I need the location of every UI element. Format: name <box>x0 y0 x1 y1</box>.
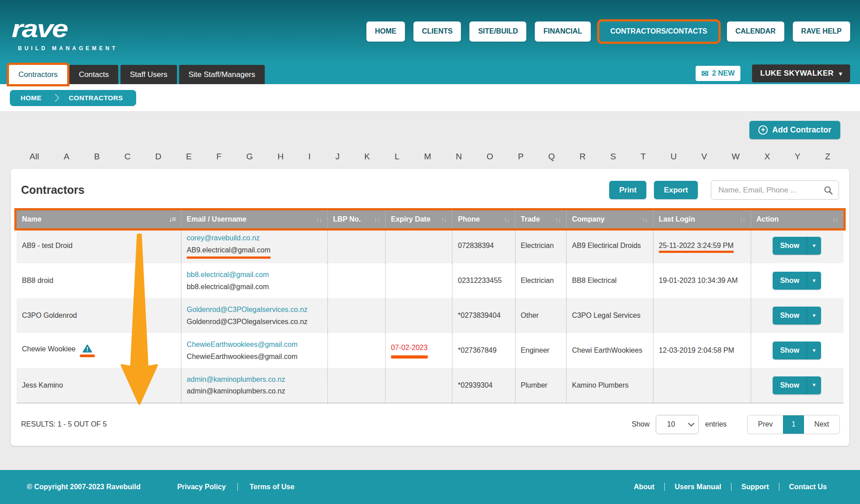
column-header-expiry[interactable]: Expiry Date↑↓ <box>385 210 452 228</box>
email-link[interactable]: ChewieEarthwookiees@gmail.com <box>187 339 322 350</box>
footer-link-contact-us[interactable]: Contact Us <box>789 483 827 491</box>
page-size-select[interactable]: 10 <box>656 415 699 434</box>
alphabet-letter-i[interactable]: I <box>306 152 312 162</box>
search-input[interactable] <box>711 180 839 200</box>
column-header-email[interactable]: Email / Username↑↓ <box>181 210 327 228</box>
footer-link-privacy[interactable]: Privacy Policy <box>177 483 226 491</box>
sort-icon[interactable]: ↑↓ <box>504 216 510 223</box>
sort-icon[interactable]: ↓≡ <box>169 215 176 223</box>
alphabet-letter-all[interactable]: All <box>28 152 41 162</box>
alphabet-letter-q[interactable]: Q <box>546 152 557 162</box>
column-header-action[interactable]: Action↑↓ <box>751 210 843 228</box>
user-menu[interactable]: LUKE SKYWALKER ▾ <box>752 64 850 82</box>
alphabet-letter-r[interactable]: R <box>578 152 588 162</box>
messages-badge[interactable]: ✉ 2 NEW <box>696 66 741 81</box>
tabs: Contractors Contacts Staff Users Site St… <box>9 65 265 84</box>
alphabet-letter-d[interactable]: D <box>153 152 163 162</box>
logo-tagline: BUILD MANAGEMENT <box>18 46 118 51</box>
alphabet-letter-k[interactable]: K <box>362 152 372 162</box>
alphabet-letter-b[interactable]: B <box>92 152 102 162</box>
nav-rave-help[interactable]: RAVE HELP <box>793 21 850 42</box>
trade-cell: Plumber <box>515 368 566 403</box>
chevron-down-icon[interactable]: ▾ <box>807 342 821 359</box>
alphabet-letter-h[interactable]: H <box>276 152 286 162</box>
export-button[interactable]: Export <box>654 181 698 199</box>
email-link[interactable]: corey@ravebuild.co.nz <box>187 233 322 243</box>
show-button[interactable]: Show ▾ <box>773 237 821 255</box>
chevron-down-icon[interactable]: ▾ <box>807 272 821 290</box>
alphabet-letter-s[interactable]: S <box>609 152 618 162</box>
sort-icon[interactable]: ↑↓ <box>740 216 745 223</box>
alphabet-letter-p[interactable]: P <box>516 152 525 162</box>
print-button[interactable]: Print <box>609 181 646 199</box>
column-header-phone[interactable]: Phone↑↓ <box>452 210 515 228</box>
column-header-name[interactable]: Name↓≡ <box>17 210 181 228</box>
footer-link-users-manual[interactable]: Users Manual <box>675 483 721 491</box>
nav-calendar[interactable]: CALENDAR <box>727 21 784 42</box>
alphabet-letter-a[interactable]: A <box>62 152 71 162</box>
table-row: Jess Kamino admin@kaminoplumbers.co.nz a… <box>17 368 843 403</box>
email-link[interactable]: bb8.electrical@gmail.com <box>187 269 322 280</box>
page-number-button[interactable]: 1 <box>783 415 804 434</box>
sort-icon[interactable]: ↑↓ <box>555 216 561 223</box>
nav-clients[interactable]: CLIENTS <box>413 21 461 42</box>
sort-icon[interactable]: ↑↓ <box>832 216 838 223</box>
nav-site-build[interactable]: SITE/BUILD <box>469 21 526 42</box>
column-header-trade[interactable]: Trade↑↓ <box>515 210 566 228</box>
alphabet-letter-f[interactable]: F <box>215 152 224 162</box>
chevron-down-icon[interactable]: ▾ <box>807 307 821 325</box>
column-header-last-login[interactable]: Last Login↑↓ <box>653 210 751 228</box>
add-contractor-button[interactable]: + Add Contractor <box>749 121 840 139</box>
footer-link-terms[interactable]: Terms of Use <box>249 483 294 491</box>
column-header-company[interactable]: Company↑↓ <box>567 210 654 228</box>
alphabet-letter-g[interactable]: G <box>245 152 255 162</box>
alphabet-letter-e[interactable]: E <box>184 152 194 162</box>
chevron-down-icon[interactable]: ▾ <box>807 237 821 255</box>
sort-icon[interactable]: ↑↓ <box>374 216 380 223</box>
username: admin@kaminoplumbers.co.nz <box>187 386 285 396</box>
alphabet-letter-x[interactable]: X <box>763 152 772 162</box>
email-link[interactable]: admin@kaminoplumbers.co.nz <box>187 374 322 384</box>
alphabet-letter-j[interactable]: J <box>334 152 342 162</box>
prev-page-button[interactable]: Prev <box>748 415 783 434</box>
tab-staff-users[interactable]: Staff Users <box>120 65 177 84</box>
nav-financial[interactable]: FINANCIAL <box>535 21 590 42</box>
alphabet-letter-w[interactable]: W <box>730 152 742 162</box>
chevron-down-icon <box>688 420 694 427</box>
expiry-cell <box>385 298 452 333</box>
footer-link-about[interactable]: About <box>634 483 654 491</box>
next-page-button[interactable]: Next <box>804 415 839 434</box>
alphabet-letter-o[interactable]: O <box>485 152 495 162</box>
tab-contacts[interactable]: Contacts <box>69 65 118 84</box>
show-button[interactable]: Show ▾ <box>773 272 821 290</box>
column-header-lbp[interactable]: LBP No.↑↓ <box>327 210 385 228</box>
alphabet-letter-y[interactable]: Y <box>793 152 802 162</box>
breadcrumb-home[interactable]: HOME <box>21 94 42 102</box>
alphabet-letter-n[interactable]: N <box>454 152 464 162</box>
alphabet-letter-z[interactable]: Z <box>823 152 832 162</box>
nav-home[interactable]: HOME <box>366 21 405 42</box>
alphabet-letter-l[interactable]: L <box>393 152 401 162</box>
alphabet-letter-u[interactable]: U <box>669 152 679 162</box>
show-button[interactable]: Show ▾ <box>773 307 821 325</box>
sub-nav: Contractors Contacts Staff Users Site St… <box>0 63 860 84</box>
tab-site-staff-managers[interactable]: Site Staff/Managers <box>179 65 265 84</box>
alphabet-letter-t[interactable]: T <box>639 152 648 162</box>
table-row: BB8 droid bb8.electrical@gmail.com bb8.e… <box>17 263 843 298</box>
chevron-down-icon[interactable]: ▾ <box>807 376 821 394</box>
footer-link-support[interactable]: Support <box>741 483 769 491</box>
username: ChewieEarthwookiees@gmail.com <box>187 351 297 362</box>
alphabet-letter-c[interactable]: C <box>123 152 133 162</box>
trade-cell: Electrician <box>515 228 566 263</box>
contractor-name: BB8 droid <box>22 277 53 284</box>
nav-contractors-contacts[interactable]: CONTRACTORS/CONTACTS <box>599 21 718 42</box>
alphabet-letter-m[interactable]: M <box>422 152 433 162</box>
sort-icon[interactable]: ↑↓ <box>441 216 447 223</box>
sort-icon[interactable]: ↑↓ <box>316 216 322 223</box>
show-button[interactable]: Show ▾ <box>773 342 821 359</box>
tab-contractors[interactable]: Contractors <box>9 65 67 84</box>
show-button[interactable]: Show ▾ <box>773 376 821 394</box>
email-link[interactable]: Goldenrod@C3POlegalservices.co.nz <box>187 304 322 315</box>
sort-icon[interactable]: ↑↓ <box>642 216 648 223</box>
alphabet-letter-v[interactable]: V <box>700 152 709 162</box>
